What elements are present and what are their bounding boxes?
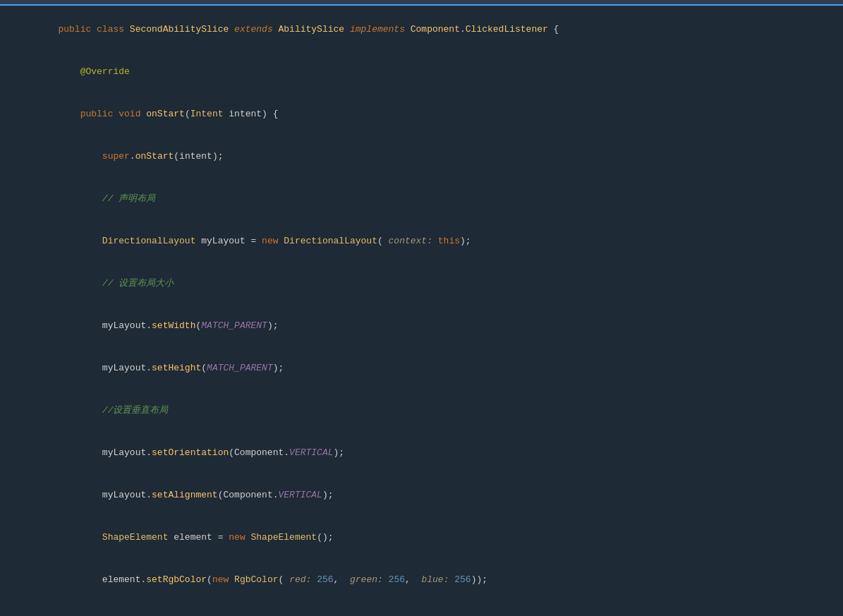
code-line-11: myLayout.setOrientation(Component.VERTIC… xyxy=(0,432,843,474)
code-editor: public class SecondAbilitySlice extends … xyxy=(0,0,843,616)
code-line-10: //设置垂直布局 xyxy=(0,389,843,432)
code-line-3: public void onStart(Intent intent) { xyxy=(0,93,843,135)
code-text: @Override xyxy=(14,51,837,93)
code-line-2: @Override xyxy=(0,51,843,93)
code-line-9: myLayout.setHeight(MATCH_PARENT); xyxy=(0,347,843,389)
code-text: myLayout.setOrientation(Component.VERTIC… xyxy=(14,432,837,474)
code-line-6: DirectionalLayout myLayout = new Directi… xyxy=(0,220,843,262)
code-text: public class SecondAbilitySlice extends … xyxy=(14,8,837,51)
code-line-13: ShapeElement element = new ShapeElement(… xyxy=(0,517,843,559)
code-text: // 设置布局大小 xyxy=(14,262,837,305)
code-line-8: myLayout.setWidth(MATCH_PARENT); xyxy=(0,305,843,347)
code-line-4: super.onStart(intent); xyxy=(0,135,843,178)
top-bar xyxy=(0,0,843,6)
code-line-5: // 声明布局 xyxy=(0,178,843,220)
code-text: myLayout.setWidth(MATCH_PARENT); xyxy=(14,305,837,347)
code-line-7: // 设置布局大小 xyxy=(0,262,843,305)
code-line-14: element.setRgbColor(new RgbColor( red: 2… xyxy=(0,559,843,601)
code-text: element.setCornerRadius(10); xyxy=(14,601,837,616)
code-text: // 声明布局 xyxy=(14,178,837,220)
code-line-12: myLayout.setAlignment(Component.VERTICAL… xyxy=(0,474,843,517)
code-line-15: element.setCornerRadius(10); xyxy=(0,601,843,616)
code-text: DirectionalLayout myLayout = new Directi… xyxy=(14,220,837,262)
code-text: //设置垂直布局 xyxy=(14,389,837,432)
code-text: element.setRgbColor(new RgbColor( red: 2… xyxy=(14,559,837,601)
code-text: public void onStart(Intent intent) { xyxy=(14,93,837,135)
code-line-1: public class SecondAbilitySlice extends … xyxy=(0,8,843,51)
code-text: ShapeElement element = new ShapeElement(… xyxy=(14,517,837,559)
code-text: super.onStart(intent); xyxy=(14,135,837,178)
code-text: myLayout.setHeight(MATCH_PARENT); xyxy=(14,347,837,389)
code-text: myLayout.setAlignment(Component.VERTICAL… xyxy=(14,474,837,517)
code-content[interactable]: public class SecondAbilitySlice extends … xyxy=(0,6,843,616)
